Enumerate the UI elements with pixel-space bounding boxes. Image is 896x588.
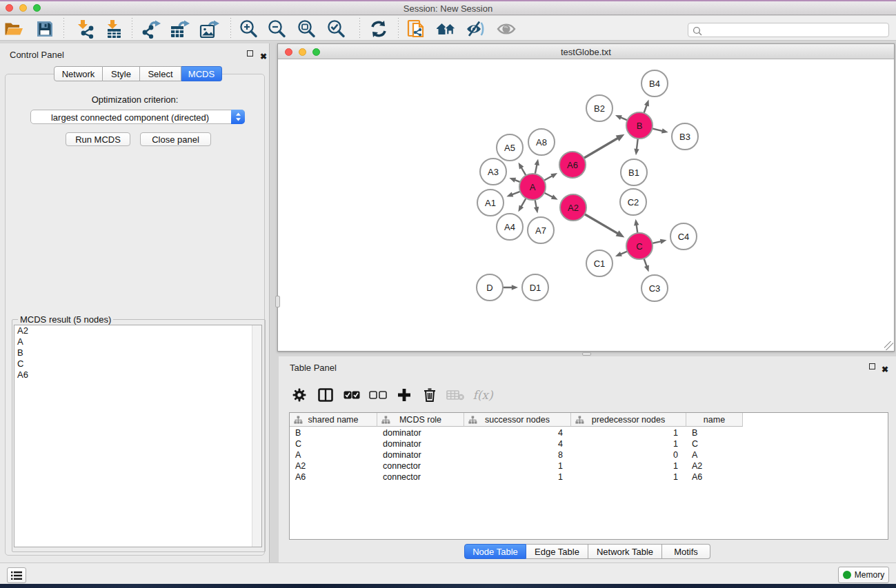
table-cell[interactable]: 1	[464, 460, 563, 472]
table-cell[interactable]: 4	[464, 427, 563, 438]
table-cell[interactable]: 1	[571, 460, 678, 472]
column-header[interactable]: predecessor nodes	[571, 413, 686, 427]
show-panels-button[interactable]	[7, 567, 26, 583]
graph-node-C4[interactable]: C4	[670, 223, 697, 250]
graph-node-C2[interactable]: C2	[620, 189, 646, 215]
import-table-icon[interactable]	[102, 19, 123, 39]
graph-node-B4[interactable]: B4	[641, 70, 668, 97]
criterion-dropdown[interactable]: largest connected component (directed)	[30, 110, 245, 124]
table-cell[interactable]: 1	[571, 427, 678, 438]
delete-row-icon[interactable]	[419, 384, 441, 406]
graph-node-C[interactable]: C	[626, 233, 653, 259]
table-row[interactable]: A2connector11A2	[290, 460, 888, 472]
deselect-all-icon[interactable]	[367, 384, 389, 406]
graph-node-A5[interactable]: A5	[497, 134, 523, 161]
tab-style[interactable]: Style	[103, 66, 140, 81]
table-options-icon[interactable]	[288, 384, 310, 406]
network-window-titlebar[interactable]: testGlobe.txt	[278, 44, 894, 59]
column-header[interactable]: MCDS role	[377, 413, 464, 427]
export-table-icon[interactable]	[170, 19, 190, 39]
select-all-icon[interactable]	[341, 384, 363, 406]
table-cell[interactable]: 1	[571, 438, 678, 449]
tab-node-table[interactable]: Node Table	[464, 544, 526, 559]
tab-mcds[interactable]: MCDS	[181, 66, 222, 81]
graph-node-B[interactable]: B	[626, 112, 653, 139]
table-cell[interactable]: A	[692, 449, 743, 460]
table-row[interactable]: A6connector11A6	[290, 472, 888, 483]
mcds-result-item[interactable]: C	[14, 358, 261, 369]
save-session-icon[interactable]	[34, 19, 55, 39]
divider-grip-vertical[interactable]	[275, 296, 280, 307]
close-panel-icon[interactable]: ✖	[260, 50, 268, 58]
table-cell[interactable]: B	[692, 427, 743, 438]
mcds-result-item[interactable]: A	[14, 336, 261, 347]
column-header[interactable]: name	[686, 413, 743, 427]
table-row[interactable]: Bdominator41B	[290, 427, 888, 438]
export-network-icon[interactable]	[142, 19, 163, 39]
graph-node-A1[interactable]: A1	[477, 190, 504, 216]
table-cell[interactable]: B	[295, 427, 377, 438]
close-panel-button[interactable]: Close panel	[140, 132, 211, 146]
first-neighbors-icon[interactable]	[436, 19, 457, 39]
column-header[interactable]: shared name	[290, 413, 377, 427]
hide-selected-icon[interactable]	[466, 19, 486, 39]
table-cell[interactable]: connector	[383, 460, 464, 472]
table-cell[interactable]: A2	[295, 460, 377, 472]
run-mcds-button[interactable]: Run MCDS	[66, 132, 130, 146]
export-image-icon[interactable]	[199, 19, 220, 39]
graph-node-A[interactable]: A	[519, 174, 546, 200]
tab-motifs[interactable]: Motifs	[662, 544, 710, 559]
table-cell[interactable]: A2	[692, 460, 743, 472]
graph-node-A8[interactable]: A8	[528, 129, 555, 155]
graph-node-C3[interactable]: C3	[641, 275, 668, 301]
apply-layout-icon[interactable]	[368, 19, 389, 39]
result-scrollbar[interactable]	[252, 325, 261, 547]
open-file-icon[interactable]	[3, 19, 24, 39]
tab-select[interactable]: Select	[140, 66, 181, 81]
show-column-icon[interactable]	[315, 384, 337, 406]
network-graph[interactable]: B4B2BB3A5A8A6B1A3AA1C2A2A4A7C4CC1C3DD1	[278, 59, 894, 351]
graph-node-A2[interactable]: A2	[560, 194, 586, 221]
close-table-panel-icon[interactable]: ✖	[882, 363, 890, 371]
search-field[interactable]	[688, 23, 889, 37]
import-network-icon[interactable]	[74, 19, 95, 39]
table-row[interactable]: Cdominator41C	[290, 438, 888, 449]
graph-node-B3[interactable]: B3	[672, 123, 698, 150]
graph-node-C1[interactable]: C1	[586, 250, 613, 276]
window-resize-grip[interactable]	[884, 341, 893, 350]
graph-node-A4[interactable]: A4	[497, 214, 523, 240]
tab-network[interactable]: Network	[54, 66, 103, 81]
tab-network-table[interactable]: Network Table	[588, 544, 662, 559]
network-canvas[interactable]: B4B2BB3A5A8A6B1A3AA1C2A2A4A7C4CC1C3DD1	[278, 59, 894, 351]
table-cell[interactable]: dominator	[383, 427, 464, 438]
table-cell[interactable]: A	[295, 449, 377, 460]
table-cell[interactable]: C	[295, 438, 377, 449]
graph-node-A7[interactable]: A7	[528, 217, 554, 243]
graph-node-B2[interactable]: B2	[586, 95, 613, 121]
add-row-icon[interactable]	[393, 384, 415, 406]
show-all-icon[interactable]	[496, 19, 517, 39]
graph-node-B1[interactable]: B1	[621, 159, 647, 185]
graph-node-A6[interactable]: A6	[559, 152, 586, 178]
table-cell[interactable]: dominator	[383, 449, 464, 460]
table-cell[interactable]: 1	[464, 472, 563, 483]
new-network-from-selection-icon[interactable]	[406, 19, 427, 39]
table-cell[interactable]: A6	[692, 472, 743, 483]
graph-node-A3[interactable]: A3	[480, 159, 506, 185]
graph-node-D1[interactable]: D1	[522, 274, 548, 301]
search-input[interactable]	[705, 24, 884, 36]
table-cell[interactable]: connector	[383, 472, 464, 483]
mcds-result-item[interactable]: A6	[14, 369, 261, 381]
float-panel-icon[interactable]	[247, 50, 255, 58]
table-cell[interactable]: C	[692, 438, 743, 449]
table-cell[interactable]: 1	[571, 472, 678, 483]
column-header[interactable]: successor nodes	[464, 413, 571, 427]
divider-grip-horizontal[interactable]	[582, 352, 591, 356]
table-row[interactable]: Adominator80A	[290, 449, 888, 460]
mcds-result-item[interactable]: B	[14, 347, 261, 358]
table-cell[interactable]: A6	[295, 472, 377, 483]
zoom-selected-icon[interactable]	[326, 19, 346, 39]
table-cell[interactable]: 4	[464, 438, 563, 449]
zoom-fit-icon[interactable]	[296, 19, 317, 39]
mcds-result-list[interactable]: A2ABCA6	[14, 325, 262, 547]
